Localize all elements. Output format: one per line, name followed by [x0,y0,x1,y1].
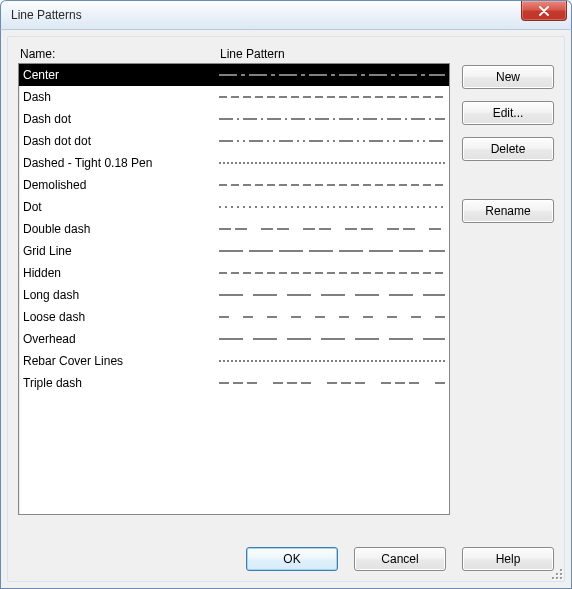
pattern-line [219,361,445,362]
table-row[interactable]: Hidden [19,262,449,284]
pattern-preview [219,86,445,108]
pattern-preview [219,152,445,174]
pattern-preview [219,284,445,306]
header-pattern: Line Pattern [220,47,448,61]
pattern-preview [219,372,445,394]
table-row[interactable]: Demolished [19,174,449,196]
pattern-preview [219,174,445,196]
close-button[interactable] [521,1,567,21]
pattern-line [219,75,445,76]
content-row: Name: Line Pattern CenterDashDash dotDas… [18,47,554,515]
new-button[interactable]: New [462,65,554,89]
window-title: Line Patterns [11,8,82,22]
pattern-name: Center [23,68,219,82]
table-row[interactable]: Dash dot [19,108,449,130]
edit-button[interactable]: Edit... [462,101,554,125]
side-gap [462,173,554,187]
table-row[interactable]: Dot [19,196,449,218]
pattern-name: Dashed - Tight 0.18 Pen [23,156,219,170]
pattern-line [219,163,445,164]
pattern-line [219,339,445,340]
table-row[interactable]: Dashed - Tight 0.18 Pen [19,152,449,174]
table-row[interactable]: Grid Line [19,240,449,262]
pattern-line [219,295,445,296]
pattern-line [219,383,445,384]
inner-panel: Name: Line Pattern CenterDashDash dotDas… [7,36,565,582]
pattern-name: Long dash [23,288,219,302]
table-row[interactable]: Long dash [19,284,449,306]
pattern-name: Double dash [23,222,219,236]
pattern-preview [219,306,445,328]
pattern-preview [219,196,445,218]
table-row[interactable]: Dash dot dot [19,130,449,152]
pattern-preview [219,218,445,240]
pattern-name: Dash dot [23,112,219,126]
pattern-name: Grid Line [23,244,219,258]
pattern-name: Triple dash [23,376,219,390]
pattern-line [219,251,445,252]
ok-button[interactable]: OK [246,547,338,571]
pattern-name: Hidden [23,266,219,280]
list-headers: Name: Line Pattern [18,47,450,63]
pattern-preview [219,328,445,350]
pattern-line [219,229,445,230]
pattern-listbox[interactable]: CenterDashDash dotDash dot dotDashed - T… [18,63,450,515]
pattern-preview [219,130,445,152]
table-row[interactable]: Rebar Cover Lines [19,350,449,372]
pattern-name: Loose dash [23,310,219,324]
pattern-line [219,97,445,98]
pattern-line [219,317,445,318]
pattern-preview [219,108,445,130]
table-row[interactable]: Loose dash [19,306,449,328]
list-wrap: Name: Line Pattern CenterDashDash dotDas… [18,47,450,515]
pattern-preview [219,350,445,372]
cancel-button[interactable]: Cancel [354,547,446,571]
pattern-name: Rebar Cover Lines [23,354,219,368]
table-row[interactable]: Overhead [19,328,449,350]
client-area: Name: Line Pattern CenterDashDash dotDas… [0,30,572,589]
pattern-line [219,185,445,186]
pattern-name: Overhead [23,332,219,346]
close-icon [538,6,550,16]
resize-grip[interactable] [548,565,562,579]
table-row[interactable]: Dash [19,86,449,108]
pattern-preview [219,240,445,262]
pattern-name: Dash dot dot [23,134,219,148]
table-row[interactable]: Triple dash [19,372,449,394]
pattern-line [219,119,445,120]
rename-button[interactable]: Rename [462,199,554,223]
side-buttons: New Edit... Delete Rename [462,47,554,515]
table-row[interactable]: Double dash [19,218,449,240]
titlebar: Line Patterns [0,0,572,30]
pattern-name: Dot [23,200,219,214]
pattern-line [219,273,445,274]
pattern-preview [219,262,445,284]
table-row[interactable]: Center [19,64,449,86]
pattern-preview [219,64,445,86]
delete-button[interactable]: Delete [462,137,554,161]
bottom-buttons: OK Cancel Help [246,547,554,571]
pattern-line [219,207,445,208]
header-name: Name: [20,47,220,61]
pattern-line [219,141,445,142]
pattern-name: Demolished [23,178,219,192]
pattern-name: Dash [23,90,219,104]
help-button[interactable]: Help [462,547,554,571]
